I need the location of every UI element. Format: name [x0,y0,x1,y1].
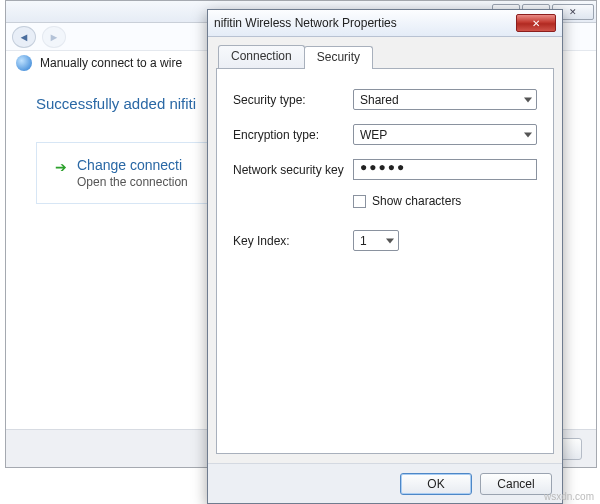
tabstrip: Connection Security [218,45,554,68]
label-network-key: Network security key [233,163,353,177]
watermark-text: wsxdn.com [544,491,594,502]
dialog-close-button[interactable]: ✕ [516,14,556,32]
dialog-footer: OK Cancel [208,463,562,503]
change-settings-title: Change connecti [77,157,188,173]
network-key-input[interactable]: ●●●●● [353,159,537,180]
label-security-type: Security type: [233,93,353,107]
ok-button[interactable]: OK [400,473,472,495]
cancel-button[interactable]: Cancel [480,473,552,495]
show-characters-checkbox[interactable] [353,195,366,208]
key-index-value: 1 [360,234,367,248]
tab-panel-security: Security type: Shared Encryption type: W… [216,68,554,454]
dialog-titlebar: nifitin Wireless Network Properties ✕ [208,10,562,37]
security-type-dropdown[interactable]: Shared [353,89,537,110]
label-show-characters: Show characters [372,194,461,208]
label-encryption-type: Encryption type: [233,128,353,142]
wizard-heading: Manually connect to a wire [40,56,182,70]
label-key-index: Key Index: [233,234,353,248]
arrow-right-icon: ➔ [55,159,67,175]
tab-security[interactable]: Security [304,46,373,69]
properties-dialog: nifitin Wireless Network Properties ✕ Co… [207,9,563,504]
encryption-type-value: WEP [360,128,387,142]
forward-arrow-icon: ► [42,26,66,48]
key-index-dropdown[interactable]: 1 [353,230,399,251]
security-type-value: Shared [360,93,399,107]
dialog-title: nifitin Wireless Network Properties [214,16,516,30]
encryption-type-dropdown[interactable]: WEP [353,124,537,145]
tab-connection[interactable]: Connection [218,45,305,68]
change-settings-sub: Open the connection [77,175,188,189]
back-arrow-icon[interactable]: ◄ [12,26,36,48]
network-globe-icon [16,55,32,71]
dialog-body: Connection Security Security type: Share… [208,37,562,463]
